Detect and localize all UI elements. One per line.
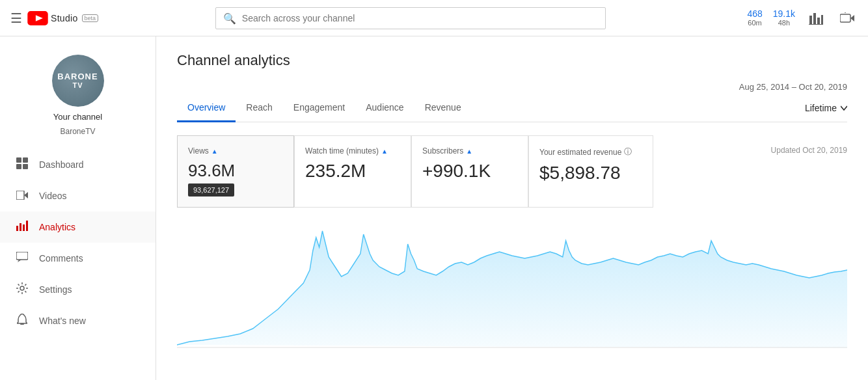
header-right: 468 60m 19.1k 48h	[747, 8, 858, 29]
svg-rect-5	[821, 15, 823, 24]
whats-new-icon	[16, 314, 29, 329]
lifetime-selector[interactable]: Lifetime	[805, 103, 847, 113]
stat-card-subs-value: +990.1K	[422, 161, 507, 182]
svg-rect-13	[23, 164, 28, 169]
sidebar-item-analytics[interactable]: Analytics	[0, 211, 156, 243]
sidebar: BARONE TV Your channel BaroneTV Dashboar…	[0, 36, 156, 380]
stat-label-60m: 60m	[748, 19, 761, 27]
chart-container	[177, 218, 847, 348]
svg-rect-7	[840, 14, 850, 22]
stat-card-views[interactable]: Views ▲ 93.6M 93,627,127	[177, 135, 294, 208]
search-icon: 🔍	[223, 12, 236, 24]
youtube-icon	[27, 11, 48, 25]
stat-number-48h: 19.1k	[773, 8, 795, 20]
upload-video-btn[interactable]	[837, 8, 858, 29]
stat-card-rev-label: Your estimated revenue ⓘ	[539, 146, 632, 157]
trend-icon-views: ▲	[211, 148, 218, 155]
header-left: ☰ Studiobeta	[10, 10, 141, 26]
sidebar-item-settings[interactable]: Settings	[0, 274, 156, 305]
stat-number-60m: 468	[747, 8, 762, 20]
lifetime-label: Lifetime	[805, 103, 837, 113]
sidebar-nav: Dashboard Videos Analytics Comments	[0, 146, 156, 339]
header: ☰ Studiobeta 🔍 468 60m 19.1k 48h	[0, 0, 868, 36]
trend-icon-watch: ▲	[381, 148, 388, 155]
svg-rect-11	[23, 157, 28, 163]
stats-row: Views ▲ 93.6M 93,627,127 Watch time (min…	[177, 135, 847, 208]
tab-revenue[interactable]: Revenue	[414, 94, 472, 122]
views-tooltip: 93,627,127	[188, 183, 234, 197]
svg-rect-12	[16, 164, 21, 169]
avatar-inner: BARONE TV	[52, 55, 104, 107]
header-stat-60m[interactable]: 468 60m	[747, 8, 762, 28]
stat-card-watch-label: Watch time (minutes) ▲	[305, 146, 390, 156]
svg-rect-18	[23, 224, 25, 231]
header-stat-48h[interactable]: 19.1k 48h	[773, 8, 795, 28]
channel-handle: BaroneTV	[60, 127, 95, 136]
analytics-icon	[16, 221, 29, 234]
sidebar-item-dashboard[interactable]: Dashboard	[0, 149, 156, 180]
svg-marker-15	[24, 192, 28, 198]
svg-marker-8	[850, 15, 854, 21]
tab-engagement[interactable]: Engagement	[283, 94, 355, 122]
videos-icon	[16, 189, 29, 203]
stat-card-views-label: Views ▲	[188, 146, 273, 156]
youtube-logo: Studiobeta	[27, 11, 98, 25]
updated-text: Updated Oct 20, 2019	[771, 135, 847, 155]
avatar[interactable]: BARONE TV	[52, 55, 104, 107]
search-input[interactable]	[215, 7, 606, 29]
video-upload-icon	[840, 12, 854, 24]
sidebar-item-label: Settings	[39, 284, 72, 295]
date-range-text: Aug 25, 2014 – Oct 20, 2019	[739, 82, 847, 92]
svg-rect-19	[26, 221, 28, 231]
tab-reach[interactable]: Reach	[236, 94, 282, 122]
beta-badge: beta	[82, 14, 99, 22]
tab-audience[interactable]: Audience	[355, 94, 414, 122]
chevron-down-icon	[841, 105, 847, 111]
content-area: Channel analytics Aug 25, 2014 – Oct 20,…	[156, 36, 868, 380]
studio-label: Studio	[51, 13, 78, 23]
sidebar-item-comments[interactable]: Comments	[0, 243, 156, 274]
sidebar-item-label: Videos	[39, 191, 67, 201]
tabs-row: Overview Reach Engagement Audience Reven…	[177, 94, 847, 122]
info-icon-revenue[interactable]: ⓘ	[624, 146, 632, 157]
stat-card-watch-time[interactable]: Watch time (minutes) ▲ 235.2M	[294, 135, 411, 208]
channel-info: BARONE TV Your channel BaroneTV	[0, 42, 156, 146]
svg-rect-4	[817, 18, 820, 24]
search-bar: 🔍	[215, 7, 606, 29]
sidebar-item-label: Analytics	[39, 222, 75, 232]
sidebar-item-label: Comments	[39, 253, 83, 264]
stat-card-views-value: 93.6M	[188, 161, 273, 181]
bar-chart-icon	[809, 12, 823, 25]
stat-card-revenue[interactable]: Your estimated revenue ⓘ $5,898.78	[528, 135, 653, 208]
main-layout: BARONE TV Your channel BaroneTV Dashboar…	[0, 36, 868, 380]
channel-name: Your channel	[53, 112, 102, 122]
tab-overview[interactable]: Overview	[177, 94, 236, 122]
svg-rect-20	[16, 252, 28, 260]
svg-rect-23	[20, 323, 24, 325]
analytics-icon-btn[interactable]	[806, 8, 826, 29]
svg-rect-17	[20, 223, 21, 231]
analytics-chart	[177, 218, 847, 348]
dashboard-icon	[16, 157, 29, 172]
svg-rect-2	[809, 16, 812, 24]
svg-rect-14	[16, 191, 24, 200]
trend-icon-subs: ▲	[466, 148, 472, 155]
stat-label-48h: 48h	[778, 19, 790, 27]
svg-point-22	[20, 286, 24, 290]
stat-card-subscribers[interactable]: Subscribers ▲ +990.1K	[411, 135, 528, 208]
svg-rect-16	[16, 226, 18, 231]
svg-rect-3	[813, 13, 816, 24]
hamburger-icon[interactable]: ☰	[10, 10, 22, 26]
comments-icon	[16, 252, 29, 265]
stat-card-rev-value: $5,898.78	[539, 163, 632, 183]
date-range-row: Aug 25, 2014 – Oct 20, 2019	[177, 82, 847, 92]
svg-rect-6	[809, 24, 823, 25]
avatar-text-line1: BARONE	[57, 72, 98, 81]
page-title: Channel analytics	[177, 52, 847, 69]
settings-icon	[16, 282, 29, 297]
sidebar-item-whats-new[interactable]: What's new	[0, 305, 156, 336]
avatar-text-line2: TV	[72, 81, 83, 89]
sidebar-item-label: What's new	[39, 316, 86, 326]
stat-card-subs-label: Subscribers ▲	[422, 146, 507, 156]
sidebar-item-videos[interactable]: Videos	[0, 180, 156, 211]
